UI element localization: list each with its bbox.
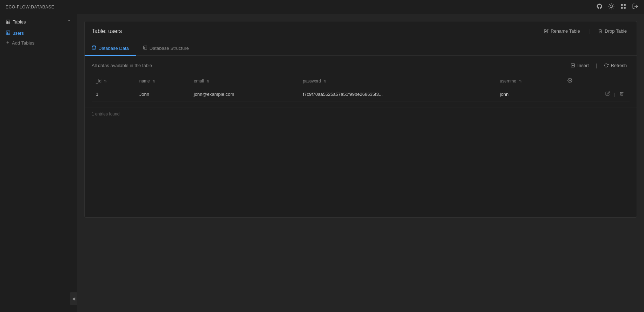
sidebar-collapse-btn[interactable]: ⌃ (67, 19, 71, 25)
svg-point-31 (569, 80, 571, 81)
drop-table-button[interactable]: Drop Table (595, 27, 630, 35)
table-toolbar: All datas available in the table Insert … (92, 61, 630, 69)
users-table-icon (6, 30, 11, 35)
svg-line-4 (613, 8, 613, 8)
sort-icon-usernme: ⇅ (519, 79, 522, 83)
layout-icon[interactable] (620, 3, 626, 11)
content-area: Table: users Rename Table | Drop Table (77, 14, 644, 312)
sun-icon[interactable] (608, 3, 615, 11)
topbar: ECO-FLOW:DATABASE (0, 0, 644, 14)
svg-rect-18 (6, 31, 10, 35)
main-panel: Table: users Rename Table | Drop Table (84, 21, 637, 218)
col-header-settings[interactable] (563, 75, 630, 87)
sort-icon-id: ⇅ (104, 79, 107, 83)
db-data-icon (92, 45, 96, 51)
cell-name: John (135, 87, 190, 101)
table-info-text: All datas available in the table (92, 63, 152, 68)
cell-password: f7c9f70aa5525a57a51f99be268635f3... (299, 87, 496, 101)
delete-row-button[interactable] (618, 91, 625, 98)
col-header-name[interactable]: name ⇅ (135, 75, 190, 87)
svg-point-24 (92, 46, 96, 47)
sort-icon-email: ⇅ (206, 79, 209, 83)
svg-rect-12 (624, 7, 626, 8)
table-toolbar-actions: Insert | Refresh (568, 61, 630, 69)
row-action-divider: | (614, 92, 615, 97)
sort-icon-password: ⇅ (323, 79, 326, 83)
add-table-button[interactable]: Add Tables (0, 38, 77, 48)
panel-title: Table: users (92, 28, 122, 34)
edit-row-button[interactable] (604, 91, 611, 98)
tables-icon (6, 19, 11, 24)
refresh-button[interactable]: Refresh (601, 61, 630, 69)
tabs: Database Data Database Structure (85, 41, 637, 56)
svg-rect-14 (6, 20, 10, 24)
svg-line-8 (613, 4, 613, 5)
svg-line-7 (609, 8, 610, 8)
col-header-email[interactable]: email ⇅ (190, 75, 299, 87)
panel-header: Table: users Rename Table | Drop Table (85, 21, 637, 41)
col-header-password[interactable]: password ⇅ (299, 75, 496, 87)
tab-database-data[interactable]: Database Data (85, 41, 136, 56)
sort-icon-name: ⇅ (152, 79, 155, 83)
tab-database-structure[interactable]: Database Structure (136, 41, 196, 56)
sidebar-title: Tables (6, 19, 26, 25)
sidebar-item-users-label: users (13, 31, 24, 36)
logout-icon[interactable] (632, 3, 638, 11)
table-row-icon (6, 30, 11, 36)
tab-database-structure-label: Database Structure (150, 46, 189, 51)
main-layout: Tables ⌃ users Add Tables ◀ Table: users (0, 14, 644, 312)
data-table: _id ⇅ name ⇅ email ⇅ (92, 75, 630, 101)
sidebar-collapse-arrow[interactable]: ◀ (70, 292, 77, 305)
cell-id: 1 (92, 87, 135, 101)
tab-database-data-label: Database Data (98, 46, 129, 51)
table-head: _id ⇅ name ⇅ email ⇅ (92, 75, 630, 87)
trash-icon (598, 29, 603, 33)
sidebar: Tables ⌃ users Add Tables ◀ (0, 14, 77, 312)
table-footer: 1 entries found (85, 107, 637, 121)
action-divider: | (589, 28, 590, 34)
svg-rect-9 (621, 4, 623, 6)
insert-button[interactable]: Insert (568, 61, 592, 69)
panel-header-actions: Rename Table | Drop Table (541, 27, 630, 35)
sidebar-item-users[interactable]: users (0, 28, 77, 38)
svg-line-3 (609, 4, 610, 5)
topbar-icons (596, 3, 638, 11)
cell-usernme: john (496, 87, 563, 101)
table-body: 1 John john@example.com f7c9f70aa5525a57… (92, 87, 630, 101)
settings-icon (567, 78, 572, 83)
db-struct-icon (143, 45, 147, 51)
cell-email: john@example.com (190, 87, 299, 101)
svg-rect-25 (143, 46, 147, 49)
add-table-icon (6, 40, 10, 46)
insert-icon (571, 63, 575, 68)
svg-point-0 (610, 5, 613, 8)
refresh-icon (604, 63, 609, 68)
edit-icon (544, 29, 548, 33)
rename-table-button[interactable]: Rename Table (541, 27, 583, 35)
app-title: ECO-FLOW:DATABASE (6, 5, 54, 9)
github-icon[interactable] (596, 3, 603, 11)
add-table-label: Add Tables (12, 40, 34, 46)
sidebar-header: Tables ⌃ (0, 14, 77, 28)
col-header-id[interactable]: _id ⇅ (92, 75, 135, 87)
entries-count: 1 entries found (92, 112, 119, 117)
svg-rect-11 (621, 7, 623, 8)
toolbar-divider: | (596, 63, 597, 68)
row-actions: | (563, 87, 630, 101)
svg-rect-10 (624, 4, 626, 6)
table-area: All datas available in the table Insert … (85, 56, 637, 107)
col-header-usernme[interactable]: usernme ⇅ (496, 75, 563, 87)
table-row: 1 John john@example.com f7c9f70aa5525a57… (92, 87, 630, 101)
